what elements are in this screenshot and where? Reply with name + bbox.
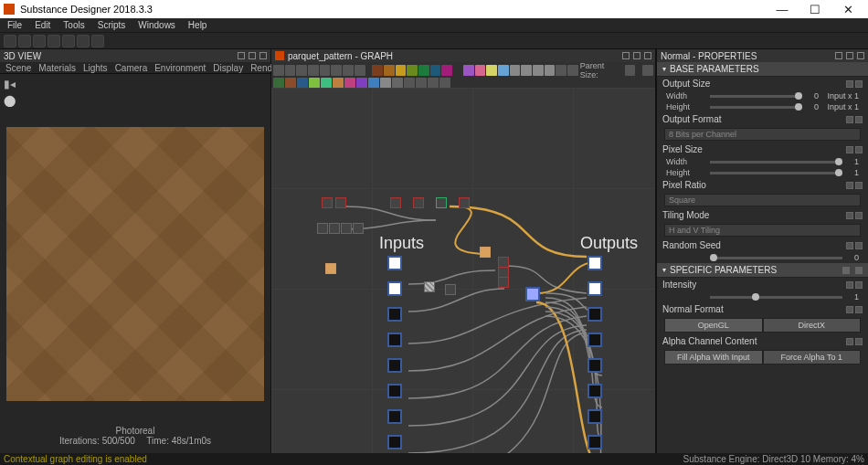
view3d-lights[interactable]: Lights: [79, 63, 111, 73]
menu-scripts[interactable]: Scripts: [92, 20, 132, 30]
graph-tool-icon[interactable]: [486, 65, 497, 76]
section-icon[interactable]: [855, 267, 863, 274]
reset-icon[interactable]: [846, 281, 853, 289]
normalformat-opengl-button[interactable]: OpenGL: [664, 318, 763, 333]
atomic-node-icon[interactable]: [416, 78, 427, 89]
graph-node-output[interactable]: [587, 333, 602, 347]
toolbar-icon[interactable]: [18, 35, 31, 48]
atomic-node-icon[interactable]: [380, 78, 391, 89]
reset-icon[interactable]: [846, 146, 853, 153]
close-panel-icon[interactable]: [644, 52, 651, 59]
pin-icon[interactable]: [238, 52, 245, 59]
graph-tool-icon[interactable]: [556, 65, 566, 76]
output-format-combo[interactable]: 8 Bits per Channel: [664, 128, 861, 141]
atomic-node-icon[interactable]: [392, 78, 403, 89]
graph-tool-icon[interactable]: [475, 65, 486, 76]
graph-tool-icon[interactable]: [521, 65, 532, 76]
graph-node[interactable]: [329, 223, 340, 234]
graph-node-input[interactable]: [387, 384, 402, 398]
view3d-scene[interactable]: Scene: [2, 63, 35, 73]
graph-tool-icon[interactable]: [396, 65, 407, 76]
graph-node-output[interactable]: [587, 307, 602, 322]
pxw-slider[interactable]: [710, 161, 842, 164]
graph-node-output[interactable]: [587, 435, 602, 449]
close-panel-icon[interactable]: [259, 52, 267, 59]
reset-icon[interactable]: [846, 80, 853, 88]
toolbar-icon[interactable]: [62, 35, 75, 48]
graph-tool-icon[interactable]: [567, 65, 578, 76]
graph-node[interactable]: [322, 197, 333, 208]
link-icon[interactable]: [855, 306, 863, 313]
reset-icon[interactable]: [846, 116, 853, 123]
atomic-node-icon[interactable]: [356, 78, 367, 89]
graph-node[interactable]: [459, 197, 470, 208]
graph-tool-icon[interactable]: [510, 65, 521, 76]
graph-node[interactable]: [525, 287, 540, 301]
pxh-slider[interactable]: [710, 172, 842, 174]
graph-tool-icon[interactable]: [498, 65, 509, 76]
graph-node[interactable]: [341, 223, 352, 234]
normalformat-directx-button[interactable]: DirectX: [763, 318, 862, 333]
graph-node-output[interactable]: [587, 384, 602, 398]
graph-node[interactable]: [480, 247, 491, 258]
graph-tool-icon[interactable]: [372, 65, 383, 76]
undock-icon[interactable]: [846, 52, 853, 59]
graph-node-input[interactable]: [387, 435, 402, 449]
graph-tool-icon[interactable]: [285, 65, 296, 76]
view3d-materials[interactable]: Materials: [35, 63, 79, 73]
graph-tool-icon[interactable]: [355, 65, 365, 76]
graph-node[interactable]: [335, 197, 346, 208]
panel-header-3dview[interactable]: 3D VIEW: [0, 49, 270, 62]
reset-icon[interactable]: [846, 242, 853, 249]
atomic-node-icon[interactable]: [297, 78, 308, 89]
toolbar-icon[interactable]: [91, 35, 104, 48]
graph-tool-icon[interactable]: [308, 65, 319, 76]
graph-tool-icon[interactable]: [430, 65, 441, 76]
reset-icon[interactable]: [846, 338, 853, 345]
atomic-node-icon[interactable]: [439, 78, 450, 89]
menu-help[interactable]: Help: [183, 20, 213, 30]
graph-canvas[interactable]: Inputs Outputs: [271, 88, 655, 453]
section-base-params[interactable]: ▾ BASE PARAMETERS: [657, 62, 868, 77]
reset-icon[interactable]: [846, 212, 853, 219]
maximize-button[interactable]: ☐: [799, 3, 831, 16]
menu-edit[interactable]: Edit: [29, 20, 56, 30]
alpha-fill-button[interactable]: Fill Alpha With Input: [664, 350, 763, 365]
toolbar-icon[interactable]: [48, 35, 60, 48]
atomic-node-icon[interactable]: [428, 78, 439, 89]
graph-node[interactable]: [436, 197, 447, 208]
section-icon[interactable]: [842, 267, 850, 274]
graph-node[interactable]: [424, 281, 435, 292]
graph-node-input[interactable]: [387, 281, 402, 296]
graph-tool-icon[interactable]: [407, 65, 418, 76]
menu-file[interactable]: File: [2, 20, 27, 30]
graph-node-output[interactable]: [587, 409, 602, 424]
pixel-ratio-combo[interactable]: Square: [664, 194, 861, 206]
link-icon[interactable]: [855, 242, 863, 249]
graph-node-output[interactable]: [587, 358, 602, 373]
graph-node-input[interactable]: [387, 409, 402, 424]
link-icon[interactable]: [855, 338, 863, 345]
camera-icon[interactable]: ▮◂: [4, 78, 16, 90]
graph-node[interactable]: [353, 223, 364, 234]
link-icon[interactable]: [855, 116, 863, 123]
width-slider[interactable]: [710, 95, 802, 98]
graph-tool-icon[interactable]: [545, 65, 556, 76]
link-icon[interactable]: [855, 80, 863, 88]
panel-header-props[interactable]: Normal - PROPERTIES: [657, 49, 868, 62]
graph-node[interactable]: [498, 277, 509, 288]
link-icon[interactable]: [855, 281, 863, 289]
atomic-node-icon[interactable]: [368, 78, 379, 89]
close-panel-icon[interactable]: [857, 52, 864, 59]
toolbar-icon[interactable]: [77, 35, 90, 48]
menu-windows[interactable]: Windows: [132, 20, 181, 30]
graph-tool-icon[interactable]: [418, 65, 429, 76]
view3d-display[interactable]: Display: [209, 63, 247, 73]
parent-size-toggle[interactable]: [625, 65, 636, 76]
undock-icon[interactable]: [249, 52, 256, 59]
graph-node[interactable]: [325, 263, 336, 274]
section-specific-params[interactable]: ▾ SPECIFIC PARAMETERS: [657, 263, 868, 278]
atomic-node-icon[interactable]: [333, 78, 344, 89]
minimize-button[interactable]: —: [766, 3, 799, 16]
graph-node-input[interactable]: [387, 307, 402, 322]
